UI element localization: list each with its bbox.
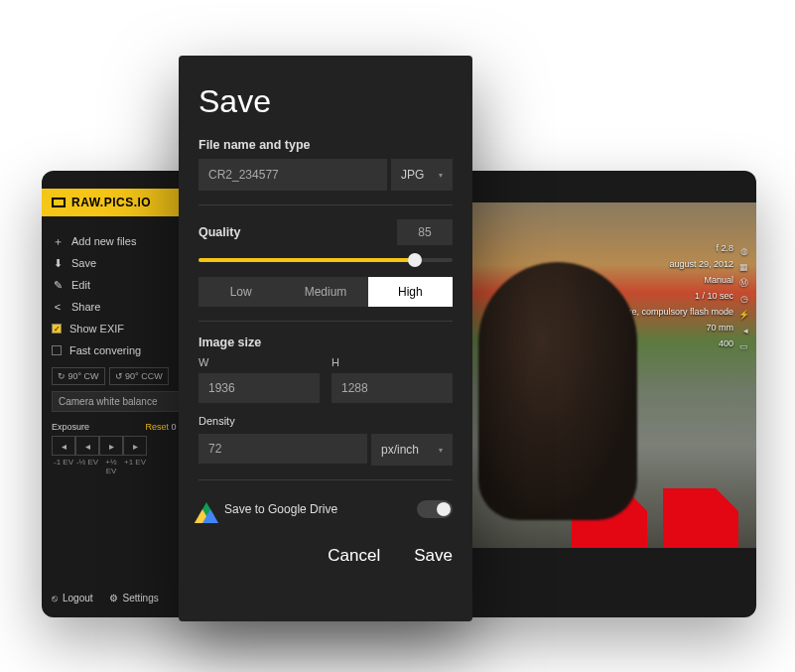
- ev-minus-half[interactable]: ◂: [75, 436, 99, 456]
- plus-icon: ＋: [52, 234, 64, 249]
- exposure-reset[interactable]: Reset: [145, 422, 169, 432]
- density-input[interactable]: [199, 434, 367, 464]
- density-unit-select[interactable]: px/inch▾: [371, 434, 453, 466]
- save-dialog: Save File name and type JPG▾ Quality 85 …: [179, 56, 472, 621]
- jpg-badge: JPG: [663, 488, 738, 548]
- white-balance-select[interactable]: Camera white balance: [52, 391, 183, 412]
- mode-icon: Ⓜ: [738, 275, 748, 285]
- width-label: W: [199, 356, 320, 368]
- iso-icon: ▭: [738, 338, 748, 348]
- filename-input[interactable]: [199, 159, 387, 191]
- flash-icon: ⚡: [738, 307, 748, 317]
- sidebar-share[interactable]: <Share: [52, 296, 191, 318]
- cancel-button[interactable]: Cancel: [328, 546, 380, 566]
- dialog-title: Save: [199, 83, 453, 120]
- preset-low[interactable]: Low: [199, 277, 283, 307]
- logout-button[interactable]: ⎋Logout: [52, 593, 93, 604]
- logo: RAW.PICS.IO: [42, 189, 183, 216]
- sidebar-fast-converting[interactable]: Fast convering: [52, 339, 191, 361]
- pdf-badge: PDF: [572, 488, 647, 548]
- filename-label: File name and type: [199, 138, 453, 152]
- gdrive-toggle[interactable]: [417, 500, 453, 518]
- exif-overlay: f 2.8◍ august 29, 2012▦ ManualⓂ 1 / 10 s…: [571, 240, 748, 351]
- share-icon: <: [52, 301, 64, 313]
- quality-label: Quality: [199, 225, 240, 239]
- exposure-label: Exposure: [52, 422, 89, 432]
- divider: [199, 204, 453, 205]
- sidebar-add-files[interactable]: ＋Add new files: [52, 230, 191, 252]
- quality-value[interactable]: 85: [397, 219, 453, 245]
- settings-button[interactable]: ⚙Settings: [109, 593, 159, 604]
- chevron-down-icon: ▾: [439, 171, 443, 180]
- imagesize-label: Image size: [199, 336, 453, 349]
- save-button[interactable]: Save: [414, 546, 453, 566]
- chevron-down-icon: ▾: [439, 446, 443, 455]
- focal-icon: ◂: [738, 323, 748, 333]
- width-input[interactable]: [199, 373, 320, 403]
- quality-slider[interactable]: [199, 253, 453, 267]
- clock-icon: ◷: [738, 291, 748, 301]
- google-drive-icon: [199, 502, 214, 516]
- height-label: H: [331, 356, 453, 368]
- quality-presets: Low Medium High: [199, 277, 453, 307]
- ev-plus-half[interactable]: ▸: [99, 436, 123, 456]
- download-icon: ⬇: [52, 257, 64, 270]
- slider-knob[interactable]: [408, 253, 422, 267]
- sidebar: ＋Add new files ⬇Save▾ ✎Edit <Share ✓Show…: [52, 230, 191, 475]
- filetype-select[interactable]: JPG▾: [391, 159, 453, 191]
- checkbox-icon: [52, 345, 62, 355]
- logout-icon: ⎋: [52, 593, 58, 604]
- gear-icon: ⚙: [109, 593, 118, 604]
- sidebar-show-exif[interactable]: ✓Show EXIF: [52, 318, 191, 339]
- rotate-ccw-button[interactable]: ↺ 90° CCW: [109, 367, 169, 385]
- preset-medium[interactable]: Medium: [283, 277, 367, 307]
- density-label: Density: [199, 415, 453, 427]
- calendar-icon: ▦: [738, 259, 748, 269]
- pencil-icon: ✎: [52, 279, 64, 292]
- divider: [199, 479, 453, 480]
- footer: ⎋Logout ⚙Settings: [52, 593, 159, 604]
- checkbox-checked-icon: ✓: [52, 324, 62, 334]
- aperture-icon: ◍: [738, 243, 748, 253]
- height-input[interactable]: [331, 373, 453, 403]
- ev-minus-1[interactable]: ◂: [52, 436, 75, 456]
- sidebar-edit[interactable]: ✎Edit: [52, 274, 191, 296]
- divider: [199, 321, 453, 322]
- sidebar-save[interactable]: ⬇Save▾: [52, 252, 191, 274]
- preset-high[interactable]: High: [368, 277, 453, 307]
- rotate-cw-button[interactable]: ↻ 90° CW: [52, 367, 105, 385]
- gdrive-label: Save to Google Drive: [224, 502, 337, 516]
- ev-plus-1[interactable]: ▸: [123, 436, 147, 456]
